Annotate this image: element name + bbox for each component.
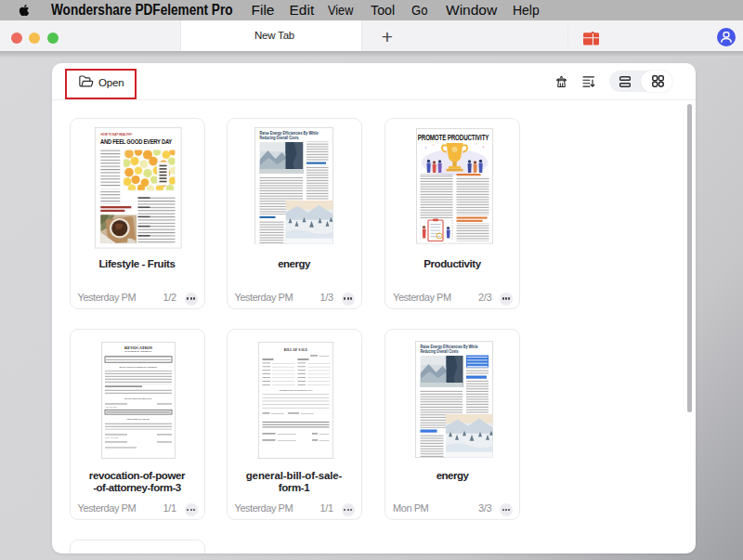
svg-text:REVOCATION: REVOCATION <box>124 345 153 350</box>
svg-text:OF POWER OF ATTORNEY: OF POWER OF ATTORNEY <box>124 351 152 353</box>
svg-text:BILL OF SALE: BILL OF SALE <box>283 348 307 352</box>
svg-text:INFORMATION ON ITEM SOLD AS-IS: INFORMATION ON ITEM SOLD AS-IS <box>279 389 312 391</box>
svg-text:REVOCATION OF PRINCIPAL: REVOCATION OF PRINCIPAL <box>124 397 152 399</box>
svg-text:HOW TO EAT HEALTHY!: HOW TO EAT HEALTHY! <box>101 133 133 137</box>
svg-text:PROMOTE PRODUCTIVITY: PROMOTE PRODUCTIVITY <box>417 135 489 143</box>
svg-text:SIGNATURE OF NOTARY: SIGNATURE OF NOTARY <box>127 419 150 421</box>
svg-text:REVOCATION OF POWER OF ATTORNE: REVOCATION OF POWER OF ATTORNEY <box>119 367 158 369</box>
svg-text:AND FEEL GOOD EVERY DAY: AND FEEL GOOD EVERY DAY <box>100 137 172 146</box>
svg-text:Reducing Overall Costs: Reducing Overall Costs <box>259 136 298 140</box>
svg-text:Reducing Overall Costs: Reducing Overall Costs <box>421 350 459 355</box>
